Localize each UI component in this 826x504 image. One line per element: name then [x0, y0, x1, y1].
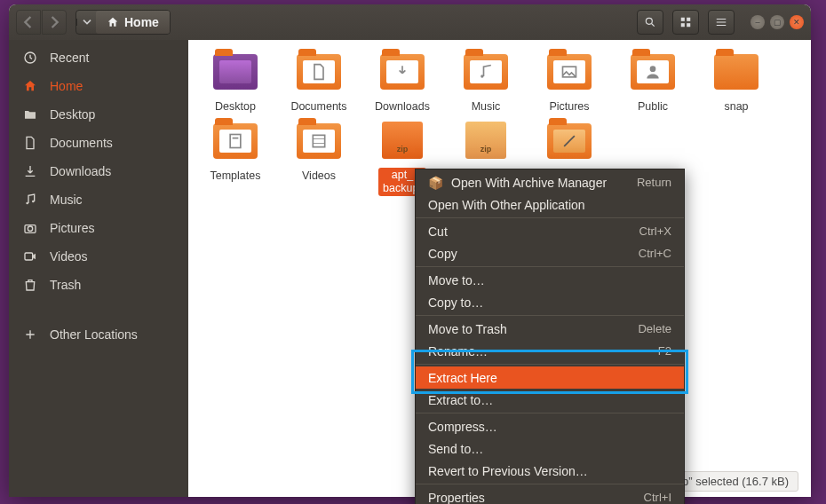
ctx-open-archive-manager[interactable]: 📦Open With Archive Manager Return [416, 171, 684, 193]
file-label: Public [622, 100, 684, 113]
image-icon [560, 63, 578, 81]
nav-back-button[interactable] [16, 10, 41, 35]
nav-forward-button[interactable] [42, 10, 67, 35]
ctx-shortcut: Delete [638, 322, 671, 335]
zip-icon [382, 122, 423, 159]
sidebar-item-label: Trash [50, 278, 81, 292]
sidebar-item-label: Recent [50, 51, 89, 65]
maximize-button[interactable]: ▢ [770, 15, 784, 29]
svg-point-11 [481, 75, 483, 77]
svg-rect-3 [681, 23, 685, 27]
path-history-button[interactable] [76, 19, 96, 26]
file-label: Desktop [204, 100, 266, 113]
sidebar-item-home[interactable]: Home [9, 72, 188, 100]
download-icon [393, 63, 411, 81]
svg-point-9 [28, 226, 32, 231]
sidebar-item-label: Pictures [50, 221, 95, 235]
search-icon [644, 16, 656, 28]
folder-templates[interactable]: Templates [204, 122, 266, 196]
ctx-open-other-app[interactable]: Open With Other Application [416, 193, 684, 216]
ctx-extract-here[interactable]: Extract Here [416, 366, 684, 389]
ctx-rename[interactable]: Rename… F2 [416, 340, 684, 362]
svg-point-0 [646, 18, 652, 24]
path-label: Home [124, 15, 159, 29]
camera-icon [23, 221, 37, 235]
titlebar: Home – ▢ ✕ [9, 4, 811, 40]
file-label: Music [455, 100, 517, 113]
ctx-label: Compress… [428, 420, 497, 434]
hamburger-menu-button[interactable] [708, 10, 735, 35]
minimize-button[interactable]: – [751, 15, 765, 29]
sidebar-item-trash[interactable]: Trash [9, 271, 188, 299]
chevron-right-icon [49, 17, 60, 28]
sidebar-item-label: Home [50, 79, 83, 93]
home-icon [23, 79, 37, 93]
svg-rect-15 [313, 135, 324, 146]
document-icon [23, 136, 37, 150]
ctx-separator [416, 484, 684, 484]
ctx-label: Extract to… [428, 393, 493, 407]
file-label: Templates [204, 169, 266, 182]
folder-desktop[interactable]: Desktop [204, 52, 266, 113]
ctx-compress[interactable]: Compress… [416, 415, 684, 437]
sidebar-item-music[interactable]: Music [9, 185, 188, 214]
ctx-label: Cut [428, 224, 448, 239]
ctx-label: Open With Other Application [428, 198, 585, 212]
trash-icon [23, 278, 37, 292]
sidebar-item-pictures[interactable]: Pictures [9, 214, 188, 242]
ctx-move-to[interactable]: Move to… [416, 269, 684, 291]
file-label: Videos [288, 169, 350, 182]
svg-point-7 [32, 201, 35, 203]
window-controls: – ▢ ✕ [751, 15, 804, 29]
ctx-label: Rename… [428, 344, 488, 358]
folder-pictures[interactable]: Pictures [538, 52, 600, 113]
path-segment-home[interactable]: Home [96, 11, 170, 34]
zip-icon [465, 122, 506, 159]
close-button[interactable]: ✕ [790, 15, 804, 29]
ctx-shortcut: Return [637, 176, 671, 189]
folder-downloads[interactable]: Downloads [371, 52, 433, 113]
folder-music[interactable]: Music [455, 52, 517, 113]
ctx-copy[interactable]: Copy Ctrl+C [416, 242, 684, 264]
ctx-extract-to[interactable]: Extract to… [416, 389, 684, 411]
ctx-cut[interactable]: Cut Ctrl+X [416, 220, 684, 242]
sidebar-item-other-locations[interactable]: Other Locations [9, 320, 188, 349]
ctx-separator [416, 315, 684, 316]
sidebar-item-desktop[interactable]: Desktop [9, 100, 188, 129]
svg-point-13 [650, 66, 656, 72]
ctx-label: Move to Trash [428, 322, 507, 336]
svg-rect-10 [25, 253, 33, 260]
music-icon [23, 193, 37, 207]
ctx-copy-to[interactable]: Copy to… [416, 291, 684, 313]
sidebar-item-label: Other Locations [50, 327, 138, 342]
sidebar-item-label: Documents [50, 136, 113, 150]
nav-controls: Home [16, 10, 171, 35]
sidebar-item-label: Downloads [50, 164, 111, 178]
ctx-shortcut: Ctrl+C [639, 247, 671, 260]
svg-point-6 [26, 202, 28, 205]
folder-snap[interactable]: snap [705, 52, 767, 113]
sidebar-item-documents[interactable]: Documents [9, 129, 188, 157]
folder-videos[interactable]: Videos [288, 122, 350, 196]
ctx-properties[interactable]: Properties Ctrl+I [416, 486, 684, 504]
folder-documents[interactable]: Documents [288, 52, 350, 113]
ctx-send-to[interactable]: Send to… [416, 437, 684, 460]
search-button[interactable] [637, 10, 663, 35]
sidebar-item-recent[interactable]: Recent [9, 43, 188, 72]
sidebar-item-videos[interactable]: Videos [9, 242, 188, 271]
ctx-label: Copy [428, 247, 457, 261]
view-toggle-button[interactable] [672, 10, 699, 35]
ctx-separator [416, 364, 684, 365]
ctx-move-to-trash[interactable]: Move to Trash Delete [416, 318, 684, 340]
sidebar-item-label: Videos [50, 249, 88, 264]
folder-public[interactable]: Public [622, 52, 684, 113]
ctx-revert-previous[interactable]: Revert to Previous Version… [416, 460, 684, 482]
sidebar-item-downloads[interactable]: Downloads [9, 157, 188, 185]
download-icon [23, 164, 37, 178]
music-icon [477, 63, 495, 81]
svg-rect-2 [687, 18, 690, 21]
file-label: Downloads [371, 100, 433, 113]
grid-icon [679, 16, 692, 28]
window-body: Recent Home Desktop Documents Downloads … [9, 40, 811, 497]
chevron-down-icon [83, 19, 91, 26]
